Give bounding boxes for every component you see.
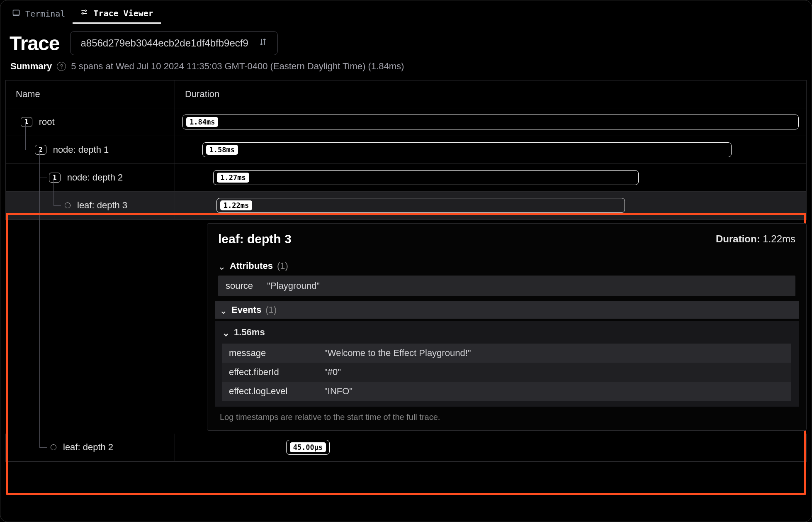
attributes-section-toggle[interactable]: ⌃ Attributes (1) xyxy=(218,256,795,276)
event-row: message "Welcome to the Effect Playgroun… xyxy=(222,344,791,363)
event-time: 1.56ms xyxy=(234,327,265,338)
duration-value: 1.58ms xyxy=(206,145,238,155)
event-key: effect.fiberId xyxy=(229,367,324,378)
tab-trace-viewer-label: Trace Viewer xyxy=(93,8,153,18)
span-label: node: depth 2 xyxy=(67,172,123,183)
trace-id-value: a856d279eb3044ecb2de1df4bfb9ecf9 xyxy=(80,37,248,49)
span-details-panel: leaf: depth 3 Duration: 1.22ms ⌃ Attribu… xyxy=(207,223,807,431)
tab-trace-viewer[interactable]: Trace Viewer xyxy=(73,4,161,24)
span-row-depth2[interactable]: 1 node: depth 2 1.27ms xyxy=(6,164,806,192)
summary-label: Summary xyxy=(10,61,52,72)
duration-bar: 1.22ms xyxy=(216,198,625,213)
page-title: Trace xyxy=(10,32,59,55)
event-key: message xyxy=(229,348,324,359)
sliders-icon xyxy=(80,8,88,18)
svg-point-1 xyxy=(85,10,86,11)
span-grid: Name Duration 1 root 1.84ms xyxy=(5,80,807,220)
chevron-up-icon: ⌃ xyxy=(218,261,226,271)
span-label: node: depth 1 xyxy=(53,144,109,155)
chevron-up-icon: ⌃ xyxy=(220,305,227,315)
col-header-name: Name xyxy=(6,80,175,108)
event-block: ⌃ 1.56ms message "Welcome to the Effect … xyxy=(215,321,799,407)
duration-bar: 1.58ms xyxy=(202,142,732,157)
event-key: effect.logLevel xyxy=(229,386,324,397)
event-value: "Welcome to the Effect Playground!" xyxy=(324,348,471,359)
header: Trace a856d279eb3044ecb2de1df4bfb9ecf9 xyxy=(0,24,812,59)
chevron-up-icon: ⌃ xyxy=(222,327,230,338)
summary-line: Summary ? 5 spans at Wed Jul 10 2024 11:… xyxy=(0,59,812,80)
child-count-badge: 1 xyxy=(21,117,32,127)
grid-header: Name Duration xyxy=(6,80,806,108)
attribute-value: "Playground" xyxy=(267,281,320,291)
span-label: leaf: depth 2 xyxy=(63,442,113,453)
duration-value: 1.22ms xyxy=(220,200,252,210)
svg-point-2 xyxy=(82,13,83,14)
col-header-duration: Duration xyxy=(175,80,806,108)
terminal-icon xyxy=(12,9,20,19)
event-row: effect.fiberId "#0" xyxy=(222,363,791,382)
duration-value: 45.00µs xyxy=(290,442,326,452)
event-value: "#0" xyxy=(324,367,341,378)
trace-id-selector[interactable]: a856d279eb3044ecb2de1df4bfb9ecf9 xyxy=(70,31,277,55)
attribute-row: source "Playground" xyxy=(218,276,795,296)
span-row-leaf2[interactable]: leaf: depth 2 45.00µs xyxy=(6,434,806,461)
help-icon[interactable]: ? xyxy=(57,62,66,71)
child-count-badge: 2 xyxy=(35,145,46,155)
span-row-root[interactable]: 1 root 1.84ms xyxy=(6,108,806,136)
span-grid-tail: leaf: depth 2 45.00µs xyxy=(5,434,807,462)
span-label: leaf: depth 3 xyxy=(77,200,127,211)
events-footnote: Log timestamps are relative to the start… xyxy=(218,407,795,424)
duration-value: 1.84ms xyxy=(186,117,218,127)
event-toggle[interactable]: ⌃ 1.56ms xyxy=(220,324,794,341)
sort-icon xyxy=(258,37,267,49)
attribute-key: source xyxy=(226,281,253,291)
event-row: effect.logLevel "INFO" xyxy=(222,382,791,401)
duration-bar: 1.84ms xyxy=(182,115,799,129)
events-section-toggle[interactable]: ⌃ Events (1) xyxy=(215,301,799,319)
event-value: "INFO" xyxy=(324,386,353,397)
duration-bar: 1.27ms xyxy=(213,170,638,185)
span-row-depth1[interactable]: 2 node: depth 1 1.58ms xyxy=(6,136,806,164)
duration-bar: 45.00µs xyxy=(286,440,330,455)
leaf-node-icon xyxy=(51,444,56,450)
tab-terminal-label: Terminal xyxy=(25,9,65,19)
summary-text: 5 spans at Wed Jul 10 2024 11:35:03 GMT-… xyxy=(71,61,404,72)
child-count-badge: 1 xyxy=(49,173,61,183)
details-title: leaf: depth 3 xyxy=(218,232,292,246)
leaf-node-icon xyxy=(65,202,71,208)
svg-rect-0 xyxy=(13,10,19,15)
details-duration: Duration: 1.22ms xyxy=(716,233,795,245)
event-table: message "Welcome to the Effect Playgroun… xyxy=(222,344,791,401)
tab-terminal[interactable]: Terminal xyxy=(5,5,73,23)
span-row-leaf3[interactable]: leaf: depth 3 1.22ms xyxy=(6,192,806,220)
tab-bar: Terminal Trace Viewer xyxy=(0,0,812,24)
span-label: root xyxy=(39,117,55,127)
duration-value: 1.27ms xyxy=(217,173,249,183)
